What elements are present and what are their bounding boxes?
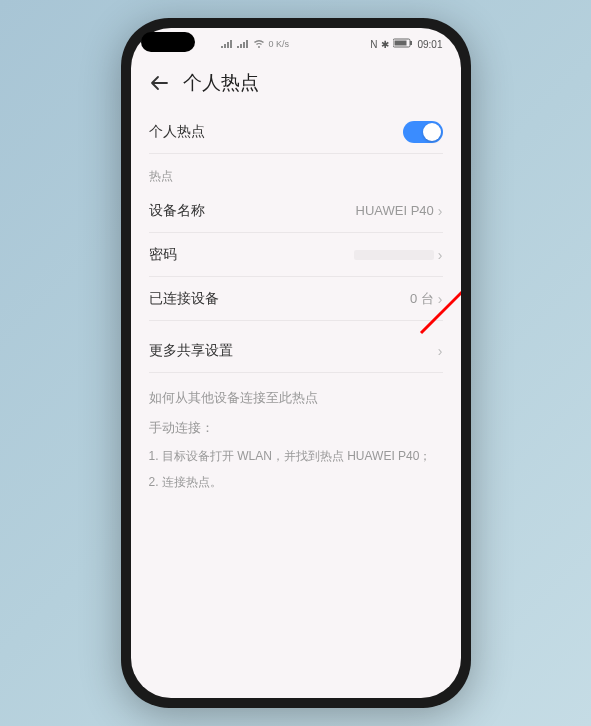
chevron-right-icon: ›	[438, 247, 443, 263]
camera-cutout	[141, 32, 195, 52]
row-hotspot-toggle[interactable]: 个人热点	[149, 110, 443, 154]
net-speed: 0 K/s	[269, 39, 290, 49]
back-arrow-icon[interactable]	[149, 73, 169, 93]
hotspot-toggle[interactable]	[403, 121, 443, 143]
more-sharing-label: 更多共享设置	[149, 342, 233, 360]
chevron-right-icon: ›	[438, 343, 443, 359]
password-label: 密码	[149, 246, 177, 264]
help-step-2: 2. 连接热点。	[149, 473, 443, 491]
signal-icon	[221, 38, 233, 50]
device-name-value: HUAWEI P40	[356, 203, 434, 218]
page-title: 个人热点	[183, 70, 259, 96]
battery-icon	[393, 38, 413, 50]
nfc-icon: N	[370, 39, 377, 50]
chevron-right-icon: ›	[438, 291, 443, 307]
wifi-icon	[253, 38, 265, 50]
svg-rect-1	[410, 41, 412, 45]
chevron-right-icon: ›	[438, 203, 443, 219]
help-step-1: 1. 目标设备打开 WLAN，并找到热点 HUAWEI P40；	[149, 447, 443, 465]
header: 个人热点	[131, 60, 461, 110]
phone-frame: 0 K/s N ✱ 09:01 个人热点 个人热点	[121, 18, 471, 708]
connected-value: 0 台	[410, 290, 434, 308]
help-manual-label: 手动连接：	[149, 419, 443, 437]
row-password[interactable]: 密码 ›	[149, 233, 443, 277]
status-time: 09:01	[417, 39, 442, 50]
svg-rect-2	[395, 41, 407, 46]
help-title: 如何从其他设备连接至此热点	[149, 389, 443, 407]
help-section: 如何从其他设备连接至此热点 手动连接： 1. 目标设备打开 WLAN，并找到热点…	[149, 373, 443, 515]
row-connected-devices[interactable]: 已连接设备 0 台 ›	[149, 277, 443, 321]
section-title-hotspot: 热点	[149, 154, 443, 189]
signal-icon-2	[237, 38, 249, 50]
row-device-name[interactable]: 设备名称 HUAWEI P40 ›	[149, 189, 443, 233]
row-more-sharing[interactable]: 更多共享设置 ›	[149, 329, 443, 373]
toggle-knob	[423, 123, 441, 141]
bluetooth-icon: ✱	[381, 39, 389, 50]
password-masked	[354, 250, 434, 260]
device-name-label: 设备名称	[149, 202, 205, 220]
connected-label: 已连接设备	[149, 290, 219, 308]
hotspot-toggle-label: 个人热点	[149, 123, 205, 141]
screen: 0 K/s N ✱ 09:01 个人热点 个人热点	[131, 28, 461, 698]
